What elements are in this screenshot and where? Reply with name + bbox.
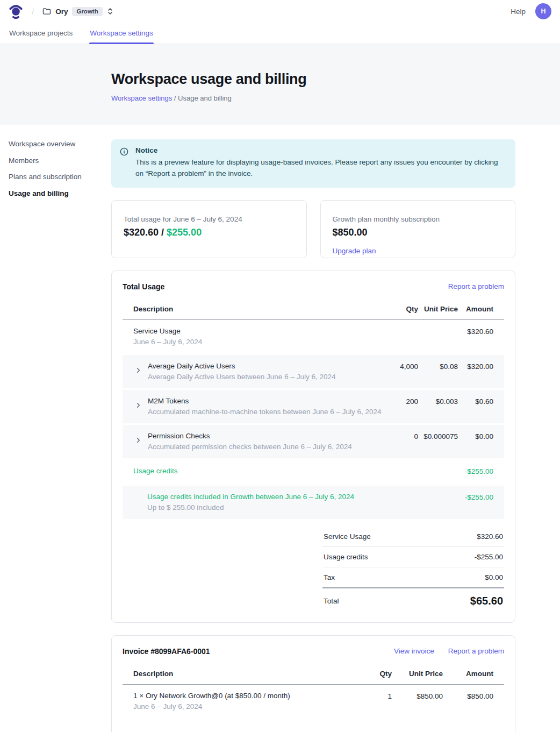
- row-title: M2M Tokens: [148, 397, 386, 405]
- table-row: M2M Tokens Accumulated machine-to-machin…: [123, 390, 504, 423]
- row-title: Service Usage: [133, 327, 386, 335]
- summary-label: Usage credits: [324, 553, 368, 561]
- row-amount: -$255.00: [458, 493, 493, 501]
- upgrade-plan-link[interactable]: Upgrade plan: [333, 247, 376, 255]
- row-unit-price: $0.003: [418, 397, 458, 406]
- tab-workspace-settings[interactable]: Workspace settings: [89, 26, 154, 44]
- top-tabs: Workspace projects Workspace settings: [0, 23, 560, 44]
- table-row: Usage credits included in Growth between…: [123, 486, 504, 519]
- row-amount: $0.00: [458, 432, 493, 440]
- invoice-card-title: Invoice #8099AFA6-0001: [123, 647, 380, 656]
- row-qty: 1: [360, 692, 392, 700]
- expand-row-chevron-icon[interactable]: [133, 401, 143, 410]
- summary-label: Service Usage: [324, 532, 371, 541]
- total-usage-summary-card: Total usage for June 6 – July 6, 2024 $3…: [111, 200, 307, 258]
- summary-row: Usage credits -$255.00: [322, 547, 504, 567]
- folder-icon: [42, 7, 51, 16]
- row-subtitle: Accumulated machine-to-machine tokens be…: [148, 408, 386, 416]
- page-title: Workspace usage and billing: [111, 71, 551, 88]
- table-row: Permission Checks Accumulated permission…: [123, 425, 504, 458]
- total-label: Total: [324, 597, 339, 605]
- chevron-updown-icon[interactable]: [107, 8, 113, 15]
- breadcrumb: Workspace settings / Usage and billing: [111, 94, 551, 102]
- usage-table: Description Qty Unit Price Amount Servic…: [123, 300, 504, 609]
- avatar[interactable]: H: [535, 3, 551, 19]
- plan-subscription-value: $850.00: [333, 227, 504, 238]
- summary-value: $320.60: [477, 532, 503, 541]
- expand-row-chevron-icon[interactable]: [133, 366, 143, 375]
- total-value: $65.60: [470, 595, 503, 607]
- column-amount: Amount: [443, 670, 493, 678]
- info-icon: [120, 147, 128, 180]
- row-subtitle: June 6 – July 6, 2024: [133, 702, 360, 710]
- help-link[interactable]: Help: [511, 8, 526, 16]
- report-a-problem-link[interactable]: Report a problem: [448, 282, 504, 290]
- ory-logo-icon[interactable]: [9, 4, 23, 19]
- sidebar-item-members[interactable]: Members: [9, 156, 106, 166]
- breadcrumb-workspace-settings-link[interactable]: Workspace settings: [111, 94, 172, 102]
- notice-banner: Notice This is a preview feature for dis…: [111, 139, 515, 188]
- sidebar-item-usage-and-billing[interactable]: Usage and billing: [9, 189, 106, 198]
- row-title: Permission Checks: [148, 432, 386, 440]
- column-amount: Amount: [458, 305, 493, 313]
- column-qty: Qty: [360, 670, 392, 678]
- total-usage-value: $320.60 / $255.00: [124, 227, 295, 238]
- row-qty: 200: [386, 397, 418, 406]
- invoice-table-header: Description Qty Unit Price Amount: [123, 664, 504, 685]
- summary-row: Service Usage $320.60: [322, 527, 504, 547]
- summary-value: -$255.00: [475, 553, 503, 561]
- column-unit-price: Unit Price: [392, 670, 443, 678]
- table-row: 1 × Ory Network Growth@0 (at $850.00 / m…: [123, 685, 504, 718]
- invoice-table: Description Qty Unit Price Amount 1 × Or…: [123, 664, 504, 732]
- expand-row-chevron-icon[interactable]: [133, 436, 143, 445]
- row-subtitle: Up to $ 255.00 included: [147, 503, 386, 511]
- column-qty: Qty: [386, 305, 418, 313]
- row-title: 1 × Ory Network Growth@0 (at $850.00 / m…: [133, 692, 360, 700]
- row-qty: 4,000: [386, 362, 418, 371]
- plan-subscription-label: Growth plan monthly subscription: [333, 215, 504, 223]
- row-amount: $320.00: [458, 362, 493, 371]
- total-usage-card: Total Usage Report a problem Description…: [111, 271, 515, 623]
- column-description: Description: [133, 305, 386, 313]
- row-subtitle: June 6 – July 6, 2024: [133, 338, 386, 346]
- summary-row: 1 × Ory Network Growth@0 (at $850.00 / m…: [322, 726, 504, 732]
- row-subtitle: Accumulated permission checks between Ju…: [148, 443, 386, 451]
- main-content: Notice This is a preview feature for dis…: [111, 125, 515, 732]
- workspace-picker[interactable]: Ory Growth: [42, 7, 113, 16]
- plan-subscription-card: Growth plan monthly subscription $850.00…: [320, 200, 516, 258]
- report-a-problem-link[interactable]: Report a problem: [448, 647, 504, 655]
- breadcrumb-current: / Usage and billing: [172, 94, 232, 102]
- usage-credit-limit-value: $255.00: [167, 227, 202, 238]
- row-amount: $0.60: [458, 397, 493, 406]
- row-title: Average Daily Active Users: [148, 362, 386, 370]
- summary-label: Tax: [324, 573, 335, 581]
- row-unit-price: $850.00: [392, 692, 443, 700]
- notice-body: This is a preview feature for displaying…: [135, 157, 507, 180]
- summary-cards-row: Total usage for June 6 – July 6, 2024 $3…: [111, 200, 515, 258]
- row-unit-price: $0.000075: [418, 432, 458, 440]
- row-qty: 0: [386, 432, 418, 440]
- topbar: / Ory Growth Help H: [0, 0, 560, 23]
- table-row: Average Daily Active Users Average Daily…: [123, 355, 504, 388]
- total-usage-period-label: Total usage for June 6 – July 6, 2024: [124, 215, 295, 223]
- table-row: Usage credits -$255.00: [123, 458, 504, 484]
- page-header: Workspace usage and billing Workspace se…: [0, 44, 560, 125]
- row-subtitle: Average Daily Active Users between June …: [148, 373, 386, 381]
- column-description: Description: [133, 670, 360, 678]
- settings-sidebar: Workspace overview Members Plans and sub…: [0, 125, 111, 205]
- notice-title: Notice: [135, 146, 507, 154]
- summary-total-row: Total $65.60: [322, 588, 504, 609]
- column-unit-price: Unit Price: [418, 305, 458, 313]
- plan-badge: Growth: [72, 7, 102, 16]
- row-title: Usage credits: [133, 467, 386, 475]
- invoice-card: Invoice #8099AFA6-0001 View invoice Repo…: [111, 635, 515, 732]
- invoice-totals-summary: 1 × Ory Network Growth@0 (at $850.00 / m…: [322, 726, 504, 732]
- usage-totals-summary: Service Usage $320.60 Usage credits -$25…: [322, 527, 504, 609]
- sidebar-item-plans-and-subscription[interactable]: Plans and subscription: [9, 172, 106, 182]
- sidebar-item-workspace-overview[interactable]: Workspace overview: [9, 139, 106, 149]
- summary-row: Tax $0.00: [322, 567, 504, 588]
- tab-workspace-projects[interactable]: Workspace projects: [9, 26, 73, 44]
- breadcrumb-separator: /: [32, 7, 34, 16]
- workspace-name: Ory: [55, 8, 68, 16]
- view-invoice-link[interactable]: View invoice: [394, 647, 434, 655]
